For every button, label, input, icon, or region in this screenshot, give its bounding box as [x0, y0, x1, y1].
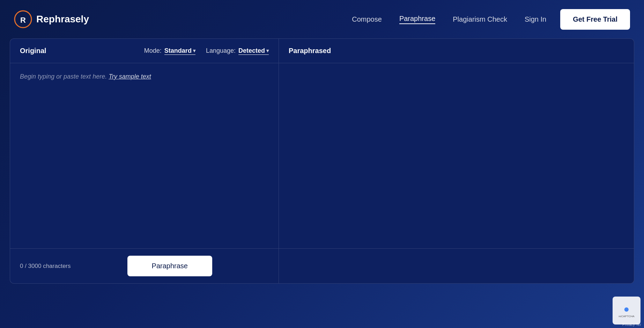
- nav-signin[interactable]: Sign In: [525, 15, 546, 23]
- bottom-bar: 0 / 3000 characters Paraphrase: [10, 248, 634, 283]
- mode-dropdown[interactable]: Standard ▾: [164, 47, 195, 55]
- footer-privacy[interactable]: Privacy Ter: [620, 321, 644, 328]
- recaptcha-label: reCAPTCHA: [619, 315, 634, 318]
- get-free-trial-button[interactable]: Get Free Trial: [560, 9, 630, 30]
- original-label: Original: [20, 47, 46, 55]
- try-sample-link[interactable]: Try sample text: [109, 73, 151, 80]
- language-control: Language: Detected ▾: [206, 47, 269, 55]
- language-value-text: Detected: [238, 47, 265, 54]
- nav-links: Compose Paraphrase Plagiarism Check Sign…: [352, 15, 546, 24]
- logo-icon: R: [14, 10, 32, 28]
- paraphrase-btn-wrapper: Paraphrase: [71, 256, 269, 276]
- mode-label: Mode:: [144, 47, 162, 54]
- main-container: Original Mode: Standard ▾ Language: Dete…: [10, 38, 634, 284]
- mode-control: Mode: Standard ▾: [144, 47, 195, 55]
- char-count: 0 / 3000 characters: [20, 263, 71, 270]
- right-bottom: [279, 249, 634, 283]
- left-editor: Begin typing or paste text here. Try sam…: [10, 63, 279, 248]
- language-label: Language:: [206, 47, 236, 54]
- controls-bar: Original Mode: Standard ▾ Language: Dete…: [10, 39, 634, 63]
- logo-text: Rephrasely: [36, 14, 89, 25]
- left-bottom: 0 / 3000 characters Paraphrase: [10, 249, 279, 283]
- right-panel-header: Paraphrased: [279, 39, 634, 63]
- mode-chevron-icon: ▾: [193, 48, 195, 53]
- editor-area: Begin typing or paste text here. Try sam…: [10, 63, 634, 248]
- logo-area[interactable]: R Rephrasely: [14, 10, 89, 28]
- navbar: R Rephrasely Compose Paraphrase Plagiari…: [0, 0, 644, 38]
- recaptcha-badge: ● reCAPTCHA: [613, 297, 641, 325]
- paraphrased-label: Paraphrased: [289, 47, 331, 55]
- nav-plagiarism[interactable]: Plagiarism Check: [453, 15, 507, 23]
- placeholder-static: Begin typing or paste text here. Try sam…: [20, 73, 269, 80]
- language-chevron-icon: ▾: [266, 48, 269, 53]
- language-dropdown[interactable]: Detected ▾: [238, 47, 269, 55]
- mode-value-text: Standard: [164, 47, 192, 54]
- svg-text:R: R: [20, 16, 26, 24]
- nav-paraphrase[interactable]: Paraphrase: [399, 15, 435, 24]
- left-panel-header: Original Mode: Standard ▾ Language: Dete…: [10, 39, 279, 63]
- nav-compose[interactable]: Compose: [352, 15, 382, 23]
- right-editor: [279, 63, 634, 248]
- recaptcha-logo-icon: ●: [624, 304, 630, 315]
- paraphrase-button[interactable]: Paraphrase: [127, 256, 212, 276]
